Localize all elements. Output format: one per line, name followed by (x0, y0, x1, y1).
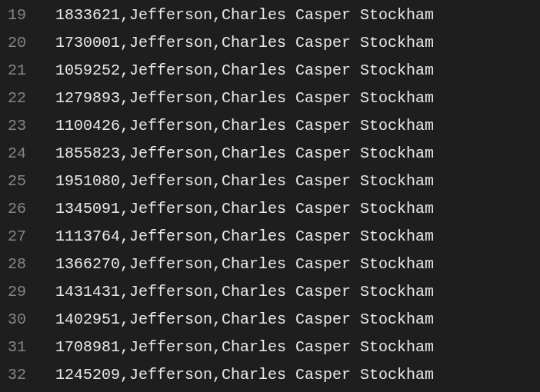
code-line[interactable]: 1833621,Jefferson,Charles Casper Stockha… (55, 2, 540, 29)
code-line[interactable]: 1730001,Jefferson,Charles Casper Stockha… (55, 29, 540, 57)
code-line[interactable]: 1402951,Jefferson,Charles Casper Stockha… (55, 306, 540, 334)
line-number: 20 (0, 29, 40, 57)
line-number: 21 (0, 57, 40, 85)
line-number: 23 (0, 112, 40, 140)
code-editor: 19 20 21 22 23 24 25 26 27 28 29 30 31 3… (0, 0, 540, 392)
code-line[interactable]: 1113764,Jefferson,Charles Casper Stockha… (55, 223, 540, 251)
line-number: 24 (0, 140, 40, 168)
code-line[interactable]: 1100426,Jefferson,Charles Casper Stockha… (55, 112, 540, 140)
line-number: 28 (0, 251, 40, 278)
line-number: 30 (0, 306, 40, 334)
code-content-area[interactable]: 1833621,Jefferson,Charles Casper Stockha… (40, 0, 540, 392)
line-number: 22 (0, 85, 40, 112)
line-number: 25 (0, 168, 40, 195)
line-number: 19 (0, 2, 40, 29)
code-line[interactable]: 1279893,Jefferson,Charles Casper Stockha… (55, 85, 540, 112)
code-line[interactable]: 1059252,Jefferson,Charles Casper Stockha… (55, 57, 540, 85)
line-number: 27 (0, 223, 40, 251)
code-line[interactable]: 1345091,Jefferson,Charles Casper Stockha… (55, 195, 540, 223)
line-number: 26 (0, 195, 40, 223)
code-line[interactable]: 1951080,Jefferson,Charles Casper Stockha… (55, 168, 540, 195)
line-number: 31 (0, 334, 40, 361)
line-number: 32 (0, 361, 40, 389)
code-line[interactable]: 1708981,Jefferson,Charles Casper Stockha… (55, 334, 540, 361)
code-line[interactable]: 1245209,Jefferson,Charles Casper Stockha… (55, 361, 540, 389)
line-number-gutter: 19 20 21 22 23 24 25 26 27 28 29 30 31 3… (0, 0, 40, 392)
line-number: 29 (0, 278, 40, 306)
code-line[interactable]: 1431431,Jefferson,Charles Casper Stockha… (55, 278, 540, 306)
code-line[interactable]: 1855823,Jefferson,Charles Casper Stockha… (55, 140, 540, 168)
code-line[interactable]: 1366270,Jefferson,Charles Casper Stockha… (55, 251, 540, 278)
